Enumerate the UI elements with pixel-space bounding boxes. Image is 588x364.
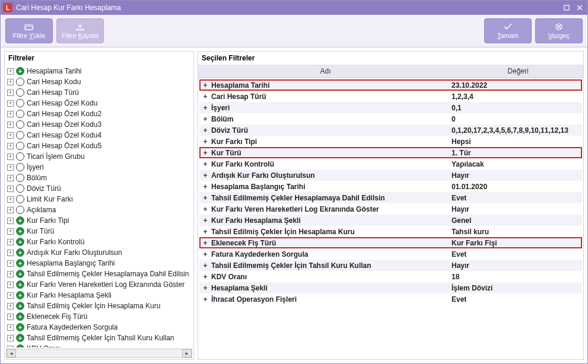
filter-item[interactable]: +Cari Hesap Özel Kodu5 — [6, 141, 192, 151]
filter-item[interactable]: +Tahsil Edilmiş Çekler İçin Hesaplama Ku… — [6, 301, 192, 311]
selected-filter-row[interactable]: +Kur Farkı KontrolüYapılacak — [199, 158, 582, 170]
expand-icon[interactable]: + — [7, 271, 14, 277]
selected-filter-row[interactable]: +Fatura Kaydederken SorgulaEvet — [199, 248, 582, 260]
row-expand-icon[interactable]: + — [199, 149, 211, 157]
expand-icon[interactable]: + — [7, 100, 14, 107]
row-expand-icon[interactable]: + — [199, 81, 211, 90]
filter-item[interactable]: +Hesaplama Tarihi — [6, 66, 192, 76]
row-expand-icon[interactable]: + — [199, 92, 211, 101]
selected-filter-row[interactable]: +Tahsil Edilmemiş Çekler İçin Tahsil Kur… — [199, 260, 582, 271]
expand-icon[interactable]: + — [7, 228, 14, 235]
expand-icon[interactable]: + — [7, 154, 14, 160]
selected-filter-row[interactable]: +İhracat Operasyon FişleriEvet — [199, 293, 582, 305]
expand-icon[interactable]: + — [7, 292, 14, 299]
selected-filter-row[interactable]: +Kur Farkı Veren Hareketleri Log Ekranın… — [199, 203, 582, 215]
selected-filters-list[interactable]: +Hesaplama Tarihi23.10.2022+Cari Hesap T… — [198, 78, 583, 359]
expand-icon[interactable]: + — [7, 282, 14, 288]
filter-item[interactable]: +Fatura Kaydederken Sorgula — [6, 322, 192, 333]
expand-icon[interactable]: + — [7, 250, 14, 256]
row-expand-icon[interactable]: + — [199, 216, 211, 225]
selected-filter-row[interactable]: +Hesaplama Başlangıç Tarihi01.01.2020 — [199, 181, 582, 192]
filter-item[interactable]: +Kur Farkı Veren Hareketleri Log Ekranın… — [6, 279, 192, 290]
expand-icon[interactable]: + — [7, 143, 14, 149]
scroll-right-button[interactable]: ► — [182, 349, 192, 357]
filter-item[interactable]: +Cari Hesap Özel Kodu — [6, 98, 192, 108]
filter-item[interactable]: +Cari Hesap Özel Kodu3 — [6, 119, 192, 130]
close-button[interactable] — [574, 3, 585, 12]
selected-filter-row[interactable]: +Tahsil Edilmemiş Çekler Hesaplamaya Dah… — [199, 192, 582, 203]
selected-filter-row[interactable]: +Hesaplama Şekliİşlem Dövizi — [199, 282, 582, 293]
row-expand-icon[interactable]: + — [199, 250, 211, 258]
horizontal-scrollbar[interactable]: ◄ ► — [6, 349, 192, 358]
expand-icon[interactable]: + — [7, 324, 14, 331]
filter-load-button[interactable]: Filtre Yükle — [5, 18, 53, 43]
filter-item[interactable]: +Cari Hesap Özel Kodu4 — [6, 130, 192, 141]
expand-icon[interactable]: + — [7, 218, 14, 224]
selected-filter-row[interactable]: +Kur Türü1. Tür — [199, 147, 582, 158]
filter-save-button[interactable]: Filtre Kaydet — [56, 18, 104, 43]
row-expand-icon[interactable]: + — [199, 261, 211, 270]
filter-item[interactable]: +Açıklama — [6, 205, 192, 215]
filter-item[interactable]: +Tahsil Edilmemiş Çekler İçin Tahsil Kur… — [6, 333, 192, 343]
selected-filter-row[interactable]: +Eklenecek Fiş TürüKur Farkı Fişi — [199, 237, 582, 248]
row-expand-icon[interactable]: + — [199, 284, 211, 292]
filters-list[interactable]: +Hesaplama Tarihi+Cari Hesap Kodu+Cari H… — [5, 65, 193, 347]
selected-filter-row[interactable]: +Döviz Türü0,1,20,17,2,3,4,5,6,7,8,9,10,… — [199, 124, 582, 136]
filter-item[interactable]: +İşyeri — [6, 162, 192, 173]
selected-filter-row[interactable]: +Kur Farkı Hesaplama ŞekliGenel — [199, 215, 582, 226]
expand-icon[interactable]: + — [7, 132, 14, 139]
row-expand-icon[interactable]: + — [199, 295, 211, 304]
expand-icon[interactable]: + — [7, 196, 14, 203]
scroll-left-button[interactable]: ◄ — [7, 349, 16, 357]
expand-icon[interactable]: + — [7, 314, 14, 320]
row-expand-icon[interactable]: + — [199, 115, 211, 123]
row-expand-icon[interactable]: + — [199, 205, 211, 213]
row-expand-icon[interactable]: + — [199, 138, 211, 146]
filter-item[interactable]: +Kur Farkı Hesaplama Şekli — [6, 290, 192, 301]
row-expand-icon[interactable]: + — [199, 160, 211, 168]
filter-item[interactable]: +Eklenecek Fiş Türü — [6, 311, 192, 322]
expand-icon[interactable]: + — [7, 207, 14, 213]
expand-icon[interactable]: + — [7, 68, 14, 75]
selected-filter-row[interactable]: +Cari Hesap Türü1,2,3,4 — [199, 91, 582, 102]
selected-filter-row[interactable]: +Tahsil Edilmiş Çekler İçin Hesaplama Ku… — [199, 226, 582, 237]
row-expand-icon[interactable]: + — [199, 104, 211, 112]
filter-item[interactable]: +Cari Hesap Özel Kodu2 — [6, 108, 192, 119]
cancel-button[interactable]: Vazgeç — [535, 18, 583, 43]
row-expand-icon[interactable]: + — [199, 228, 211, 236]
expand-icon[interactable]: + — [7, 90, 14, 96]
selected-filter-row[interactable]: +Ardışık Kur Farkı OluşturulsunHayır — [199, 170, 582, 181]
maximize-button[interactable] — [561, 3, 572, 12]
filter-item[interactable]: +Bölüm — [6, 173, 192, 183]
filter-item[interactable]: +KDV Oranı — [6, 343, 192, 347]
filter-item[interactable]: +Kur Türü — [6, 226, 192, 237]
expand-icon[interactable]: + — [7, 260, 14, 267]
expand-icon[interactable]: + — [7, 122, 14, 128]
row-expand-icon[interactable]: + — [199, 183, 211, 191]
selected-filter-row[interactable]: +KDV Oranı18 — [199, 271, 582, 282]
filter-item[interactable]: +Ardışık Kur Farkı Oluşturulsun — [6, 247, 192, 258]
filter-item[interactable]: +Kur Farkı Kontrolü — [6, 237, 192, 247]
filter-item[interactable]: +Tahsil Edilmemiş Çekler Hesaplamaya Dah… — [6, 269, 192, 279]
filter-item[interactable]: +Cari Hesap Türü — [6, 87, 192, 98]
selected-filter-row[interactable]: +Hesaplama Tarihi23.10.2022 — [199, 79, 582, 91]
row-expand-icon[interactable]: + — [199, 171, 211, 180]
expand-icon[interactable]: + — [7, 164, 14, 171]
expand-icon[interactable]: + — [7, 175, 14, 181]
selected-filter-row[interactable]: +İşyeri0,1 — [199, 102, 582, 113]
expand-icon[interactable]: + — [7, 186, 14, 192]
filter-item[interactable]: +Hesaplama Başlangıç Tarihi — [6, 258, 192, 269]
filter-item[interactable]: +Kur Farkı Tipi — [6, 215, 192, 226]
row-expand-icon[interactable]: + — [199, 239, 211, 247]
filter-item[interactable]: +Limit Kur Farkı — [6, 194, 192, 205]
selected-filter-row[interactable]: +Bölüm0 — [199, 113, 582, 124]
selected-filter-row[interactable]: +Kur Farkı TipiHepsi — [199, 136, 582, 147]
row-expand-icon[interactable]: + — [199, 126, 211, 135]
expand-icon[interactable]: + — [7, 335, 14, 341]
row-expand-icon[interactable]: + — [199, 273, 211, 281]
row-expand-icon[interactable]: + — [199, 194, 211, 202]
expand-icon[interactable]: + — [7, 239, 14, 245]
expand-icon[interactable]: + — [7, 346, 14, 348]
expand-icon[interactable]: + — [7, 303, 14, 309]
expand-icon[interactable]: + — [7, 79, 14, 85]
